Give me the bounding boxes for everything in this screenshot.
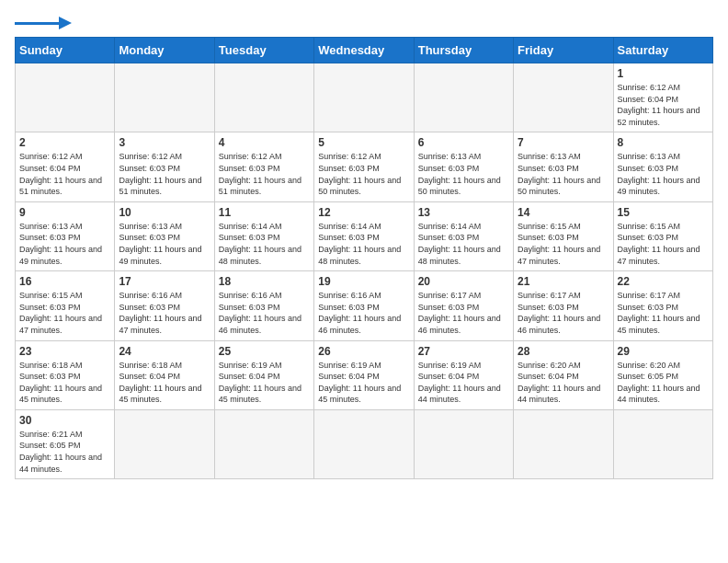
day-number: 24 — [119, 345, 210, 358]
calendar-day-cell: 8Sunrise: 6:13 AM Sunset: 6:03 PM Daylig… — [613, 132, 712, 201]
day-info: Sunrise: 6:17 AM Sunset: 6:03 PM Dayligh… — [418, 290, 509, 336]
calendar-day-cell — [514, 409, 613, 478]
day-info: Sunrise: 6:12 AM Sunset: 6:04 PM Dayligh… — [19, 151, 110, 197]
calendar-header-friday: Friday — [514, 38, 613, 63]
day-info: Sunrise: 6:16 AM Sunset: 6:03 PM Dayligh… — [219, 290, 310, 336]
day-number: 25 — [219, 345, 310, 358]
day-number: 30 — [19, 414, 110, 427]
calendar-day-cell — [613, 409, 712, 478]
day-number: 2 — [19, 136, 110, 149]
calendar-day-cell — [514, 63, 613, 132]
calendar-day-cell — [314, 409, 414, 478]
calendar-day-cell: 21Sunrise: 6:17 AM Sunset: 6:03 PM Dayli… — [514, 271, 613, 340]
calendar-day-cell: 6Sunrise: 6:13 AM Sunset: 6:03 PM Daylig… — [414, 132, 513, 201]
day-number: 26 — [318, 345, 409, 358]
day-number: 13 — [418, 206, 509, 219]
day-info: Sunrise: 6:13 AM Sunset: 6:03 PM Dayligh… — [618, 151, 709, 197]
calendar-week-row: 9Sunrise: 6:13 AM Sunset: 6:03 PM Daylig… — [16, 201, 713, 270]
calendar-day-cell — [115, 409, 214, 478]
day-info: Sunrise: 6:19 AM Sunset: 6:04 PM Dayligh… — [418, 360, 509, 406]
calendar-day-cell — [414, 63, 513, 132]
day-number: 1 — [618, 67, 709, 80]
calendar-day-cell: 18Sunrise: 6:16 AM Sunset: 6:03 PM Dayli… — [214, 271, 313, 340]
day-number: 10 — [119, 206, 210, 219]
calendar-day-cell — [115, 63, 214, 132]
calendar-day-cell: 24Sunrise: 6:18 AM Sunset: 6:04 PM Dayli… — [115, 340, 214, 409]
calendar-day-cell: 16Sunrise: 6:15 AM Sunset: 6:03 PM Dayli… — [16, 271, 115, 340]
calendar-header-monday: Monday — [115, 38, 214, 63]
day-info: Sunrise: 6:12 AM Sunset: 6:03 PM Dayligh… — [119, 151, 210, 197]
day-info: Sunrise: 6:17 AM Sunset: 6:03 PM Dayligh… — [518, 290, 609, 336]
day-number: 8 — [618, 136, 709, 149]
calendar-day-cell — [314, 63, 414, 132]
day-info: Sunrise: 6:16 AM Sunset: 6:03 PM Dayligh… — [119, 290, 210, 336]
day-info: Sunrise: 6:12 AM Sunset: 6:03 PM Dayligh… — [318, 151, 409, 197]
day-number: 9 — [19, 206, 110, 219]
day-info: Sunrise: 6:21 AM Sunset: 6:05 PM Dayligh… — [19, 429, 110, 475]
day-number: 17 — [119, 275, 210, 288]
calendar-day-cell: 3Sunrise: 6:12 AM Sunset: 6:03 PM Daylig… — [115, 132, 214, 201]
calendar-header-wednesday: Wednesday — [314, 38, 414, 63]
day-number: 6 — [418, 136, 509, 149]
calendar-day-cell: 28Sunrise: 6:20 AM Sunset: 6:04 PM Dayli… — [514, 340, 613, 409]
calendar-day-cell: 11Sunrise: 6:14 AM Sunset: 6:03 PM Dayli… — [214, 201, 313, 270]
day-number: 11 — [219, 206, 310, 219]
calendar-day-cell: 26Sunrise: 6:19 AM Sunset: 6:04 PM Dayli… — [314, 340, 414, 409]
day-number: 16 — [19, 275, 110, 288]
calendar-day-cell — [214, 409, 313, 478]
calendar-day-cell: 15Sunrise: 6:15 AM Sunset: 6:03 PM Dayli… — [613, 201, 712, 270]
day-info: Sunrise: 6:17 AM Sunset: 6:03 PM Dayligh… — [618, 290, 709, 336]
calendar-header-row: SundayMondayTuesdayWednesdayThursdayFrid… — [16, 38, 713, 63]
calendar-table: SundayMondayTuesdayWednesdayThursdayFrid… — [15, 37, 713, 479]
day-number: 15 — [618, 206, 709, 219]
day-number: 27 — [418, 345, 509, 358]
calendar-day-cell: 2Sunrise: 6:12 AM Sunset: 6:04 PM Daylig… — [16, 132, 115, 201]
page-header — [15, 15, 713, 29]
calendar-header-thursday: Thursday — [414, 38, 513, 63]
day-number: 5 — [318, 136, 409, 149]
day-number: 3 — [119, 136, 210, 149]
day-info: Sunrise: 6:13 AM Sunset: 6:03 PM Dayligh… — [518, 151, 609, 197]
day-info: Sunrise: 6:13 AM Sunset: 6:03 PM Dayligh… — [19, 221, 110, 267]
calendar-day-cell — [16, 63, 115, 132]
calendar-day-cell: 7Sunrise: 6:13 AM Sunset: 6:03 PM Daylig… — [514, 132, 613, 201]
calendar-header-saturday: Saturday — [613, 38, 712, 63]
day-number: 12 — [318, 206, 409, 219]
calendar-day-cell: 10Sunrise: 6:13 AM Sunset: 6:03 PM Dayli… — [115, 201, 214, 270]
day-info: Sunrise: 6:18 AM Sunset: 6:03 PM Dayligh… — [19, 360, 110, 406]
day-number: 28 — [518, 345, 609, 358]
day-number: 20 — [418, 275, 509, 288]
day-number: 14 — [518, 206, 609, 219]
day-info: Sunrise: 6:13 AM Sunset: 6:03 PM Dayligh… — [418, 151, 509, 197]
day-number: 21 — [518, 275, 609, 288]
calendar-week-row: 2Sunrise: 6:12 AM Sunset: 6:04 PM Daylig… — [16, 132, 713, 201]
day-number: 19 — [318, 275, 409, 288]
calendar-day-cell: 1Sunrise: 6:12 AM Sunset: 6:04 PM Daylig… — [613, 63, 712, 132]
calendar-day-cell — [414, 409, 513, 478]
day-info: Sunrise: 6:20 AM Sunset: 6:05 PM Dayligh… — [618, 360, 709, 406]
day-info: Sunrise: 6:20 AM Sunset: 6:04 PM Dayligh… — [518, 360, 609, 406]
day-number: 7 — [518, 136, 609, 149]
day-info: Sunrise: 6:15 AM Sunset: 6:03 PM Dayligh… — [19, 290, 110, 336]
day-number: 22 — [618, 275, 709, 288]
calendar-day-cell: 5Sunrise: 6:12 AM Sunset: 6:03 PM Daylig… — [314, 132, 414, 201]
day-info: Sunrise: 6:12 AM Sunset: 6:04 PM Dayligh… — [618, 82, 709, 128]
calendar-day-cell: 4Sunrise: 6:12 AM Sunset: 6:03 PM Daylig… — [214, 132, 313, 201]
calendar-week-row: 30Sunrise: 6:21 AM Sunset: 6:05 PM Dayli… — [16, 409, 713, 478]
calendar-header-tuesday: Tuesday — [214, 38, 313, 63]
calendar-day-cell: 29Sunrise: 6:20 AM Sunset: 6:05 PM Dayli… — [613, 340, 712, 409]
day-info: Sunrise: 6:14 AM Sunset: 6:03 PM Dayligh… — [318, 221, 409, 267]
logo — [15, 15, 72, 29]
calendar-day-cell: 30Sunrise: 6:21 AM Sunset: 6:05 PM Dayli… — [16, 409, 115, 478]
calendar-week-row: 16Sunrise: 6:15 AM Sunset: 6:03 PM Dayli… — [16, 271, 713, 340]
day-info: Sunrise: 6:16 AM Sunset: 6:03 PM Dayligh… — [318, 290, 409, 336]
calendar-day-cell: 13Sunrise: 6:14 AM Sunset: 6:03 PM Dayli… — [414, 201, 513, 270]
calendar-day-cell: 22Sunrise: 6:17 AM Sunset: 6:03 PM Dayli… — [613, 271, 712, 340]
day-info: Sunrise: 6:13 AM Sunset: 6:03 PM Dayligh… — [119, 221, 210, 267]
day-info: Sunrise: 6:19 AM Sunset: 6:04 PM Dayligh… — [219, 360, 310, 406]
calendar-day-cell: 19Sunrise: 6:16 AM Sunset: 6:03 PM Dayli… — [314, 271, 414, 340]
calendar-day-cell: 17Sunrise: 6:16 AM Sunset: 6:03 PM Dayli… — [115, 271, 214, 340]
day-number: 29 — [618, 345, 709, 358]
day-info: Sunrise: 6:15 AM Sunset: 6:03 PM Dayligh… — [518, 221, 609, 267]
day-info: Sunrise: 6:14 AM Sunset: 6:03 PM Dayligh… — [418, 221, 509, 267]
